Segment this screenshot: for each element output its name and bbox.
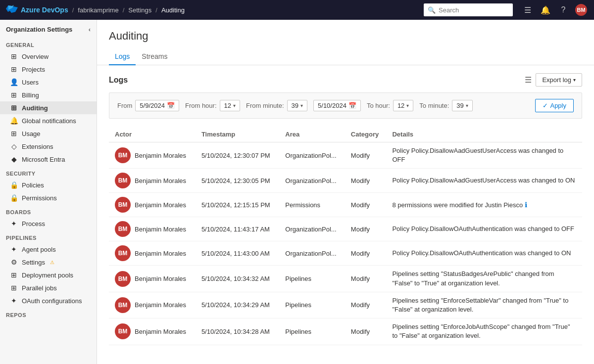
sidebar-item-oauth[interactable]: ✦ OAuth configurations [0, 294, 97, 307]
apply-button[interactable]: ✓ Apply [535, 99, 574, 112]
filter-icon[interactable]: ☰ [525, 75, 532, 85]
sidebar-item-projects[interactable]: ⊞ Projects [0, 63, 97, 76]
sidebar-item-label: Deployment pools [22, 272, 73, 279]
help-icon[interactable]: ? [556, 3, 570, 17]
details-cell: Policy Policy.DisallowAadGuestUserAccess… [386, 142, 582, 169]
avatar: BM [115, 173, 131, 188]
details-cell: Pipelines setting "EnforceSettableVar" c… [386, 292, 582, 318]
category-cell: Modify [345, 142, 387, 169]
entra-icon: ◆ [10, 155, 18, 163]
sidebar-item-agent-pools[interactable]: ✦ Agent pools [0, 243, 97, 256]
top-navigation: Azure DevOps / fabrikamprime / Settings … [0, 0, 594, 20]
to-hour-select[interactable]: 12 ▾ [393, 100, 413, 111]
from-minute-select[interactable]: 39 ▾ [287, 100, 307, 111]
timestamp-cell: 5/10/2024, 12:30:07 PM [196, 142, 279, 169]
breadcrumb-org[interactable]: fabrikamprime [78, 6, 118, 14]
timestamp-cell: 5/10/2024, 11:43:17 AM [196, 217, 279, 241]
tab-streams[interactable]: Streams [136, 48, 173, 65]
sidebar-item-extensions[interactable]: ◇ Extensions [0, 140, 97, 153]
sidebar-item-permissions[interactable]: 🔒 Permissions [0, 191, 97, 204]
from-hour-group: From hour: 12 ▾ [185, 100, 240, 111]
info-icon[interactable]: ℹ [525, 201, 527, 209]
area-cell: Pipelines [279, 318, 345, 345]
user-settings-icon[interactable]: BM [574, 3, 588, 17]
sidebar-section-security: Security [0, 166, 97, 179]
sidebar-item-global-notifications[interactable]: 🔔 Global notifications [0, 114, 97, 127]
sidebar-item-label: Billing [22, 91, 39, 99]
sidebar-item-process[interactable]: ✦ Process [0, 217, 97, 230]
sidebar-section-general: General [0, 37, 97, 50]
sidebar-collapse-btn[interactable]: ‹ [89, 26, 91, 33]
from-minute-group: From minute: 39 ▾ [246, 100, 307, 111]
timestamp-cell: 5/10/2024, 11:43:00 AM [196, 241, 279, 266]
sidebar-item-policies[interactable]: 🔒 Policies [0, 179, 97, 191]
sidebar-item-auditing[interactable]: ⊞ Auditing [0, 101, 97, 114]
search-input[interactable] [439, 6, 509, 14]
menu-icon[interactable]: ☰ [521, 3, 535, 17]
details-cell: Policy Policy.DisallowOAuthAuthenticatio… [386, 217, 582, 241]
tab-logs[interactable]: Logs [109, 48, 136, 65]
billing-icon: ⊞ [10, 91, 18, 99]
sidebar-item-label: Users [22, 79, 39, 86]
category-cell: Modify [345, 266, 387, 292]
sidebar-section-boards: Boards [0, 204, 97, 217]
category-cell: Modify [345, 169, 387, 193]
avatar: BM [115, 147, 131, 163]
notifications-nav-icon: 🔔 [10, 117, 18, 125]
sidebar-item-billing[interactable]: ⊞ Billing [0, 89, 97, 101]
export-log-button[interactable]: Export log ▾ [536, 73, 582, 87]
to-date-input[interactable]: 5/10/2024 📅 [313, 100, 361, 111]
actor-name: Benjamin Morales [135, 328, 186, 335]
overview-icon: ⊞ [10, 52, 18, 60]
sidebar-item-microsoft-entra[interactable]: ◆ Microsoft Entra [0, 153, 97, 166]
sidebar-item-deployment-pools[interactable]: ⊞ Deployment pools [0, 269, 97, 281]
actor-name: Benjamin Morales [135, 250, 186, 257]
actor-name: Benjamin Morales [135, 177, 186, 184]
azure-devops-logo[interactable]: Azure DevOps [6, 4, 68, 16]
to-minute-select[interactable]: 39 ▾ [452, 100, 472, 111]
audit-logs-table: Actor Timestamp Area Category Details BM… [109, 127, 582, 345]
details-cell: Policy Policy.DisallowAadGuestUserAccess… [386, 169, 582, 193]
table-body: BM Benjamin Morales 5/10/2024, 12:30:07 … [109, 142, 582, 345]
filter-bar: From 5/9/2024 📅 From hour: 12 ▾ From min… [109, 92, 582, 119]
sidebar-item-label: Settings [22, 259, 45, 266]
auditing-icon: ⊞ [10, 104, 18, 112]
permissions-icon: 🔒 [10, 194, 18, 202]
sidebar-item-label: Process [22, 220, 45, 228]
sidebar-item-parallel-jobs[interactable]: ⊞ Parallel jobs [0, 281, 97, 294]
details-cell: Pipelines setting "EnforceJobAuthScope" … [386, 318, 582, 345]
settings-icon: ⚙ [10, 258, 18, 266]
from-hour-select[interactable]: 12 ▾ [220, 100, 240, 111]
search-icon: 🔍 [428, 6, 436, 14]
sidebar-item-label: OAuth configurations [22, 297, 82, 305]
main-content: Auditing Logs Streams Logs ☰ Export log … [97, 20, 594, 364]
to-hour-group: To hour: 12 ▾ [367, 100, 413, 111]
page-title: Auditing [109, 30, 582, 43]
search-box[interactable]: 🔍 [424, 3, 513, 16]
col-timestamp: Timestamp [196, 127, 279, 142]
avatar: BM [115, 323, 131, 339]
breadcrumb-settings[interactable]: Settings [128, 6, 151, 14]
sidebar-item-users[interactable]: 👤 Users [0, 76, 97, 89]
notifications-icon[interactable]: 🔔 [539, 3, 552, 17]
actor-name: Benjamin Morales [135, 226, 186, 233]
tabs-bar: Logs Streams [97, 48, 594, 65]
area-cell: Pipelines [279, 266, 345, 292]
policies-icon: 🔒 [10, 181, 18, 189]
sidebar-item-settings[interactable]: ⚙ Settings ⚠ [0, 256, 97, 269]
to-date-calendar-icon: 📅 [348, 102, 356, 109]
avatar: BM [115, 271, 131, 287]
usage-icon: ⊞ [10, 130, 18, 137]
from-date-input[interactable]: 5/9/2024 📅 [135, 100, 179, 111]
from-label: From [117, 102, 132, 109]
sidebar-item-overview[interactable]: ⊞ Overview [0, 50, 97, 63]
from-hour-value: 12 [224, 102, 231, 109]
details-cell: Policy Policy.DisallowOAuthAuthenticatio… [386, 241, 582, 266]
breadcrumb-sep3: / [155, 6, 157, 14]
timestamp-cell: 5/10/2024, 10:34:29 AM [196, 292, 279, 318]
sidebar-item-usage[interactable]: ⊞ Usage [0, 127, 97, 140]
timestamp-cell: 5/10/2024, 10:34:32 AM [196, 266, 279, 292]
from-date-calendar-icon: 📅 [167, 102, 175, 109]
table-row: BM Benjamin Morales 5/10/2024, 10:34:29 … [109, 292, 582, 318]
to-minute-value: 39 [456, 102, 463, 109]
